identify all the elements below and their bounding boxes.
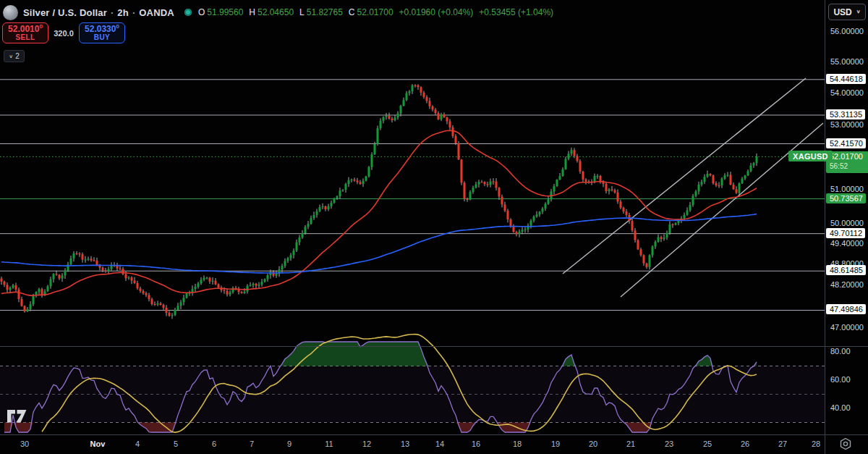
time-label: 4 xyxy=(135,440,140,448)
chevron-down-icon: ∨ xyxy=(9,54,13,59)
currency-dropdown[interactable]: USD ∨ xyxy=(828,4,866,20)
exchange-label: OANDA xyxy=(139,7,174,18)
title-separator: · xyxy=(132,7,135,18)
time-label: Nov xyxy=(90,440,106,448)
price-level-badge: 47.49846 xyxy=(826,304,866,314)
time-axis[interactable]: 30Nov456791112131416181920212325262728 xyxy=(0,435,868,454)
price-tick-label: 54.00000 xyxy=(830,88,864,97)
buy-label: BUY xyxy=(94,34,110,42)
day-change: +0.53455 (+1.04%) xyxy=(479,7,553,17)
time-label: 9 xyxy=(287,440,292,448)
time-label: 26 xyxy=(741,440,749,448)
price-tick-label: 47.00000 xyxy=(830,323,864,332)
price-chart[interactable] xyxy=(0,0,868,454)
buy-price-sup: 0 xyxy=(116,23,119,30)
time-label: 18 xyxy=(513,440,522,448)
price-level-badge: 54.44618 xyxy=(826,74,866,84)
time-label: 27 xyxy=(778,440,787,448)
price-level-badge: 49.70112 xyxy=(826,228,865,238)
time-label: 6 xyxy=(212,440,216,448)
instrument-logo-icon xyxy=(3,5,18,20)
time-label: 16 xyxy=(472,440,480,448)
time-label: 21 xyxy=(626,440,635,448)
price-tick-label: 53.00000 xyxy=(830,120,864,129)
interval-label[interactable]: 2h xyxy=(117,7,129,18)
gear-icon[interactable] xyxy=(839,437,855,452)
spread-value: 320.0 xyxy=(48,29,79,38)
bar-change: +0.01960 (+0.04%) xyxy=(399,7,474,17)
price-axis[interactable]: USD ∨ 52.01700 56:52 56.0000055.0000054.… xyxy=(825,0,868,454)
time-label: 12 xyxy=(362,440,371,448)
price-tick-label: 50.00000 xyxy=(830,219,864,227)
time-label: 14 xyxy=(435,440,444,448)
time-label: 23 xyxy=(665,440,673,448)
close-label: C xyxy=(349,7,355,17)
price-level-badge: 53.31135 xyxy=(826,109,865,119)
sell-price-sup: 0 xyxy=(39,23,42,30)
low-label: L xyxy=(299,7,305,17)
time-label: 30 xyxy=(20,440,29,448)
blue-ma-line[interactable] xyxy=(1,214,757,273)
time-label: 28 xyxy=(812,440,820,448)
buy-button[interactable]: 52.03300 BUY xyxy=(79,22,125,43)
currency-label: USD xyxy=(833,7,851,17)
symbol-price-label: XAGUSD xyxy=(788,151,833,161)
symbol-legend[interactable]: Silver / U.S. Dollar · 2h · OANDA O 51.9… xyxy=(3,4,559,21)
price-tick-label: 56.00000 xyxy=(830,27,864,35)
high-value: 52.04650 xyxy=(258,7,294,17)
high-label: H xyxy=(249,7,255,17)
legend-collapse-button[interactable]: ∨ 2 xyxy=(4,50,25,62)
sell-label: SELL xyxy=(15,34,35,42)
trade-widget: 52.00100 SELL 320.0 52.03300 BUY xyxy=(2,22,125,43)
time-label: 5 xyxy=(174,440,178,448)
sell-button[interactable]: 52.00100 SELL xyxy=(2,22,48,43)
price-tick-label: 49.40000 xyxy=(830,239,864,248)
time-label: 19 xyxy=(551,440,560,448)
price-tick-label: 51.00000 xyxy=(830,185,864,193)
tradingview-logo[interactable] xyxy=(7,409,28,424)
trend-channel-line[interactable] xyxy=(563,78,806,274)
bar-countdown: 56:52 xyxy=(830,162,868,172)
time-label: 13 xyxy=(401,440,409,448)
price-tick-label: 48.20000 xyxy=(830,280,864,289)
chart-window: Silver / U.S. Dollar · 2h · OANDA O 51.9… xyxy=(0,0,868,454)
open-value: 51.99560 xyxy=(207,7,243,17)
time-label: 11 xyxy=(325,440,333,448)
price-level-badge: 50.73567 xyxy=(826,193,866,203)
low-value: 51.82765 xyxy=(307,7,343,17)
open-label: O xyxy=(198,7,205,17)
symbol-title[interactable]: Silver / U.S. Dollar xyxy=(23,7,107,18)
price-tick-label: 55.00000 xyxy=(830,57,864,66)
price-level-badge: 52.41570 xyxy=(826,138,866,148)
price-level-badge: 48.61485 xyxy=(826,265,866,275)
chevron-down-icon: ∨ xyxy=(856,9,861,14)
candles[interactable] xyxy=(1,84,758,319)
time-label: 25 xyxy=(703,440,712,448)
title-separator: · xyxy=(111,7,114,18)
rsi-tick-label: 40.00 xyxy=(830,403,851,412)
rsi-tick-label: 60.00 xyxy=(830,375,851,384)
close-value: 52.01700 xyxy=(357,7,393,17)
time-label: 7 xyxy=(250,440,254,448)
market-status-icon[interactable] xyxy=(184,9,192,16)
time-label: 20 xyxy=(589,440,597,448)
rsi-tick-label: 80.00 xyxy=(830,347,851,356)
last-price-value: 52.01700 xyxy=(830,152,868,162)
collapse-count: 2 xyxy=(15,52,20,60)
